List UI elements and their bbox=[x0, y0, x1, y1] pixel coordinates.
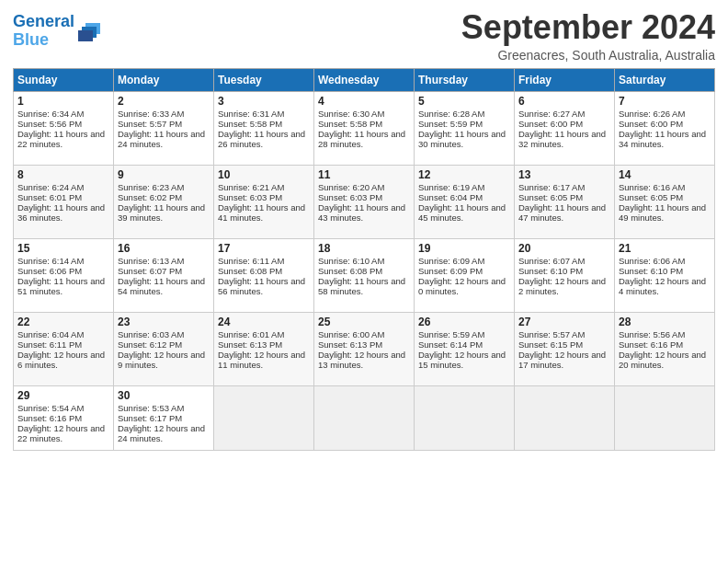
sunrise-text: Sunrise: 6:14 AM bbox=[17, 256, 84, 266]
sunset-text: Sunset: 5:59 PM bbox=[418, 119, 483, 129]
daylight-label: Daylight: 11 hours and 56 minutes. bbox=[218, 276, 305, 296]
day-number: 28 bbox=[619, 316, 711, 328]
sunset-text: Sunset: 6:12 PM bbox=[118, 339, 182, 350]
daylight-label: Daylight: 11 hours and 24 minutes. bbox=[118, 129, 205, 149]
daylight-label: Daylight: 11 hours and 22 minutes. bbox=[17, 129, 105, 149]
daylight-label: Daylight: 11 hours and 34 minutes. bbox=[619, 129, 706, 149]
table-row bbox=[214, 385, 314, 450]
logo-icon bbox=[76, 21, 102, 41]
sunset-text: Sunset: 6:00 PM bbox=[518, 119, 583, 129]
sunset-text: Sunset: 6:05 PM bbox=[619, 192, 683, 202]
table-row: 16Sunrise: 6:13 AMSunset: 6:07 PMDayligh… bbox=[114, 238, 214, 312]
table-row: 12Sunrise: 6:19 AMSunset: 6:04 PMDayligh… bbox=[415, 165, 515, 238]
sunset-text: Sunset: 6:13 PM bbox=[318, 339, 382, 350]
table-row: 24Sunrise: 6:01 AMSunset: 6:13 PMDayligh… bbox=[214, 312, 314, 385]
sunset-text: Sunset: 6:13 PM bbox=[218, 339, 282, 350]
day-number: 16 bbox=[118, 242, 210, 255]
table-row: 1Sunrise: 6:34 AMSunset: 5:56 PMDaylight… bbox=[14, 91, 114, 165]
daylight-label: Daylight: 11 hours and 30 minutes. bbox=[418, 129, 506, 149]
daylight-label: Daylight: 12 hours and 20 minutes. bbox=[619, 350, 706, 370]
sunset-text: Sunset: 5:56 PM bbox=[17, 119, 82, 129]
sunset-text: Sunset: 6:02 PM bbox=[118, 192, 182, 202]
sunset-text: Sunset: 6:10 PM bbox=[518, 266, 583, 276]
day-number: 12 bbox=[418, 168, 510, 181]
day-number: 5 bbox=[418, 95, 510, 108]
day-number: 30 bbox=[118, 389, 210, 402]
day-number: 20 bbox=[518, 242, 610, 255]
sunset-text: Sunset: 5:57 PM bbox=[118, 119, 182, 129]
sunset-text: Sunset: 6:16 PM bbox=[619, 339, 683, 350]
sunrise-text: Sunrise: 6:03 AM bbox=[118, 329, 184, 339]
table-row: 15Sunrise: 6:14 AMSunset: 6:06 PMDayligh… bbox=[14, 238, 114, 312]
sunset-text: Sunset: 5:58 PM bbox=[318, 119, 382, 129]
page-header: General Blue September 2024 Greenacres, … bbox=[13, 9, 715, 63]
table-row: 11Sunrise: 6:20 AMSunset: 6:03 PMDayligh… bbox=[314, 165, 415, 238]
table-row bbox=[515, 385, 615, 450]
logo: General Blue bbox=[13, 13, 102, 50]
daylight-label: Daylight: 12 hours and 15 minutes. bbox=[418, 350, 506, 370]
table-row: 25Sunrise: 6:00 AMSunset: 6:13 PMDayligh… bbox=[314, 312, 415, 385]
sunset-text: Sunset: 6:00 PM bbox=[619, 119, 683, 129]
sunrise-text: Sunrise: 6:23 AM bbox=[118, 182, 184, 192]
day-number: 7 bbox=[619, 95, 711, 108]
table-row: 28Sunrise: 5:56 AMSunset: 6:16 PMDayligh… bbox=[615, 312, 715, 385]
sunset-text: Sunset: 6:03 PM bbox=[218, 192, 282, 202]
svg-marker-2 bbox=[78, 30, 93, 41]
month-title: September 2024 bbox=[461, 9, 715, 46]
day-number: 29 bbox=[17, 389, 109, 402]
daylight-label: Daylight: 12 hours and 17 minutes. bbox=[518, 350, 606, 370]
sunrise-text: Sunrise: 6:17 AM bbox=[518, 182, 585, 192]
table-row: 7Sunrise: 6:26 AMSunset: 6:00 PMDaylight… bbox=[615, 91, 715, 165]
daylight-label: Daylight: 12 hours and 24 minutes. bbox=[118, 423, 205, 443]
day-number: 17 bbox=[218, 242, 310, 255]
sunrise-text: Sunrise: 6:04 AM bbox=[17, 329, 84, 339]
daylight-label: Daylight: 11 hours and 49 minutes. bbox=[619, 202, 706, 223]
day-number: 11 bbox=[318, 168, 410, 181]
daylight-label: Daylight: 11 hours and 41 minutes. bbox=[218, 202, 305, 223]
table-row: 30Sunrise: 5:53 AMSunset: 6:17 PMDayligh… bbox=[114, 385, 214, 450]
sunrise-text: Sunrise: 6:01 AM bbox=[218, 329, 284, 339]
col-monday: Monday bbox=[114, 68, 214, 91]
sunset-text: Sunset: 6:03 PM bbox=[318, 192, 382, 202]
daylight-label: Daylight: 12 hours and 11 minutes. bbox=[218, 350, 305, 370]
sunrise-text: Sunrise: 6:09 AM bbox=[418, 256, 484, 266]
table-row: 26Sunrise: 5:59 AMSunset: 6:14 PMDayligh… bbox=[415, 312, 515, 385]
day-number: 26 bbox=[418, 316, 510, 328]
sunrise-text: Sunrise: 6:19 AM bbox=[418, 182, 484, 192]
sunrise-text: Sunrise: 6:33 AM bbox=[118, 109, 184, 119]
sunrise-text: Sunrise: 6:20 AM bbox=[318, 182, 384, 192]
table-row: 21Sunrise: 6:06 AMSunset: 6:10 PMDayligh… bbox=[615, 238, 715, 312]
table-row: 4Sunrise: 6:30 AMSunset: 5:58 PMDaylight… bbox=[314, 91, 415, 165]
table-row: 5Sunrise: 6:28 AMSunset: 5:59 PMDaylight… bbox=[415, 91, 515, 165]
day-number: 27 bbox=[518, 316, 610, 328]
sunrise-text: Sunrise: 6:34 AM bbox=[17, 109, 84, 119]
col-wednesday: Wednesday bbox=[314, 68, 415, 91]
sunrise-text: Sunrise: 5:57 AM bbox=[518, 329, 585, 339]
daylight-label: Daylight: 11 hours and 47 minutes. bbox=[518, 202, 606, 223]
daylight-label: Daylight: 12 hours and 0 minutes. bbox=[418, 276, 506, 296]
table-row: 17Sunrise: 6:11 AMSunset: 6:08 PMDayligh… bbox=[214, 238, 314, 312]
col-tuesday: Tuesday bbox=[214, 68, 314, 91]
table-row: 9Sunrise: 6:23 AMSunset: 6:02 PMDaylight… bbox=[114, 165, 214, 238]
sunrise-text: Sunrise: 6:26 AM bbox=[619, 109, 685, 119]
table-row bbox=[415, 385, 515, 450]
sunset-text: Sunset: 6:01 PM bbox=[17, 192, 82, 202]
day-number: 3 bbox=[218, 95, 310, 108]
day-number: 2 bbox=[118, 95, 210, 108]
day-number: 8 bbox=[17, 168, 109, 181]
sunset-text: Sunset: 6:10 PM bbox=[619, 266, 683, 276]
col-sunday: Sunday bbox=[14, 68, 114, 91]
sunset-text: Sunset: 5:58 PM bbox=[218, 119, 282, 129]
day-number: 25 bbox=[318, 316, 410, 328]
table-row: 10Sunrise: 6:21 AMSunset: 6:03 PMDayligh… bbox=[214, 165, 314, 238]
sunset-text: Sunset: 6:07 PM bbox=[118, 266, 182, 276]
day-number: 21 bbox=[619, 242, 711, 255]
sunrise-text: Sunrise: 6:24 AM bbox=[17, 182, 84, 192]
sunrise-text: Sunrise: 6:31 AM bbox=[218, 109, 284, 119]
sunrise-text: Sunrise: 6:06 AM bbox=[619, 256, 685, 266]
day-number: 24 bbox=[218, 316, 310, 328]
sunset-text: Sunset: 6:04 PM bbox=[418, 192, 483, 202]
table-row: 27Sunrise: 5:57 AMSunset: 6:15 PMDayligh… bbox=[515, 312, 615, 385]
daylight-label: Daylight: 11 hours and 26 minutes. bbox=[218, 129, 305, 149]
sunrise-text: Sunrise: 6:16 AM bbox=[619, 182, 685, 192]
